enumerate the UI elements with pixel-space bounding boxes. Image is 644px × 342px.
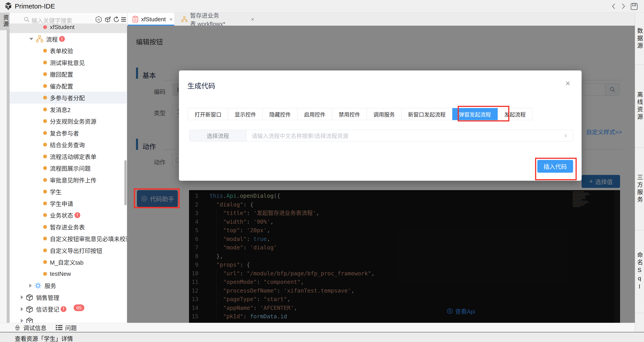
tree-item-学生申请[interactable]: 学生申请 xyxy=(10,198,127,209)
tree-item-销售管理[interactable]: 销售管理 xyxy=(10,292,127,303)
bug-icon xyxy=(14,324,21,331)
tree-item-撤回配置[interactable]: 撤回配置 xyxy=(10,68,127,80)
caret-right-icon[interactable] xyxy=(29,284,32,288)
resource-dot-icon xyxy=(43,25,47,29)
tree-item-testNew[interactable]: testNew xyxy=(10,268,127,280)
select-process-input[interactable]: 请输入流程中文名称搜索/选择流程资源 ∨ xyxy=(246,130,573,141)
resource-dot-icon xyxy=(43,60,47,64)
resource-dot-icon xyxy=(43,96,47,100)
tree-item-信访登记[interactable]: 信访登记! xyxy=(10,303,127,315)
tree-item-暂存进业务表[interactable]: 暂存进业务表 xyxy=(10,221,127,233)
action-tab-隐藏控件[interactable]: 隐藏控件 xyxy=(263,108,298,120)
form-icon xyxy=(132,16,138,22)
tree-item-label: 业务状态 xyxy=(50,211,73,219)
workflow-icon xyxy=(36,35,43,42)
add-resource-icon[interactable] xyxy=(104,16,112,23)
tree-item-label: 发消息2 xyxy=(50,105,70,114)
tree-item-label: 流程 xyxy=(46,35,58,43)
caret-right-icon[interactable] xyxy=(21,295,23,299)
tree-item-M_自定义tab[interactable]: M_自定义tab xyxy=(10,256,127,268)
tab-workflow[interactable]: 暂存进业务表.workflowx* × xyxy=(178,13,254,26)
tree-item-流程活动绑定表单[interactable]: 流程活动绑定表单 xyxy=(10,150,127,162)
tree-item-自定义按钮审批意见必填未校验[interactable]: 自定义按钮审批意见必填未校验 xyxy=(10,232,127,244)
resource-dot-icon xyxy=(43,248,47,252)
caret-right-icon[interactable] xyxy=(21,319,23,323)
close-tab-icon[interactable]: × xyxy=(251,16,254,23)
tab-xfstudent[interactable]: xfStudent × xyxy=(128,13,174,26)
resource-dot-icon xyxy=(43,143,47,146)
caret-right-icon[interactable] xyxy=(21,307,23,311)
tree-item-测试审批意见[interactable]: 测试审批意见 xyxy=(10,56,127,68)
tree-item-复合参与者[interactable]: 复合参与者 xyxy=(10,127,127,139)
package-icon xyxy=(26,294,33,301)
resource-dot-icon xyxy=(43,108,47,112)
tree-item-流程[interactable]: 流程! xyxy=(10,33,127,45)
action-tab-新窗口发起流程[interactable]: 新窗口发起流程 xyxy=(402,108,452,120)
tree-item-审批意见附件上传[interactable]: 审批意见附件上传 xyxy=(10,174,127,186)
chevron-down-icon: ∨ xyxy=(564,133,568,138)
tree-item-表单校验[interactable]: 表单校验 xyxy=(10,45,127,56)
debug-info-item[interactable]: 调试信息 xyxy=(14,323,46,332)
rail-strip xyxy=(7,30,10,323)
resource-dot-icon xyxy=(43,119,47,123)
caret-down-icon[interactable] xyxy=(29,38,33,40)
tree-item-label: 销售管理 xyxy=(36,293,59,302)
action-tab-显示控件[interactable]: 显示控件 xyxy=(228,108,263,120)
tree-item-label: 服务 xyxy=(44,282,56,290)
tree-item-label: 审批意见附件上传 xyxy=(50,176,96,184)
tree-item-label: 表单校验 xyxy=(50,46,73,55)
tree-item-催办配置[interactable]: 催办配置 xyxy=(10,80,127,92)
tree-item-自定义导出打印按钮[interactable]: 自定义导出打印按钮 xyxy=(10,244,127,256)
resource-dot-icon xyxy=(43,225,47,229)
tree-item-学生[interactable]: 学生 xyxy=(10,186,127,198)
tree-item-label: testNew xyxy=(50,270,71,277)
tree-item-partial[interactable] xyxy=(10,315,127,323)
tree-item-分支规则业务资源[interactable]: 分支规则业务资源 xyxy=(10,115,127,127)
resource-dot-icon xyxy=(43,166,47,170)
resource-tree: xfStudent流程!表单校验测试审批意见撤回配置催办配置多参与者分配发消息2… xyxy=(10,24,127,323)
tree-item-多参与者分配[interactable]: 多参与者分配 xyxy=(10,92,127,104)
resource-dot-icon xyxy=(43,213,47,217)
save-icon[interactable] xyxy=(630,2,638,11)
action-tab-打开新窗口[interactable]: 打开新窗口 xyxy=(188,108,228,120)
resource-dot-icon xyxy=(43,49,47,52)
status-bar: 查看资源「学生」详情 xyxy=(0,332,644,342)
resource-dot-icon xyxy=(43,272,47,276)
tree-item-label: 测试审批意见 xyxy=(50,58,85,67)
tree-item-流程图展示问题[interactable]: 流程图展示问题 xyxy=(10,162,127,174)
error-badge: ! xyxy=(59,36,65,42)
resource-dot-icon xyxy=(43,154,47,158)
problems-item[interactable]: 问题 xyxy=(55,323,77,332)
editor-tabs-bar: xfStudent × 暂存进业务表.workflowx* × xyxy=(127,13,635,26)
resource-dot-icon xyxy=(43,190,47,194)
tree-item-label: 自定义导出打印按钮 xyxy=(50,246,102,254)
problems-count-badge: 65 xyxy=(74,304,84,311)
tree-item-结合业务查询[interactable]: 结合业务查询 xyxy=(10,139,127,150)
tree-item-label: 流程活动绑定表单 xyxy=(50,152,96,160)
right-rail-tab-离线资源[interactable]: 离线资源 xyxy=(635,65,644,148)
nav-forward-icon[interactable] xyxy=(620,3,627,10)
rail-tab-resources[interactable]: 资源 xyxy=(0,13,10,30)
tree-item-label: 多参与者分配 xyxy=(50,94,85,102)
tree-item-label: M_自定义tab xyxy=(50,258,84,266)
right-rail-tab-数据源[interactable]: 数据源 xyxy=(635,13,644,65)
ai-icon[interactable]: AI xyxy=(95,16,102,23)
right-rail-tab-三方服务[interactable]: 三方服务 xyxy=(635,148,644,230)
tree-item-业务状态[interactable]: 业务状态! xyxy=(10,209,127,221)
workflow-icon xyxy=(182,16,188,22)
nav-back-icon[interactable] xyxy=(610,3,617,10)
action-tab-禁用控件[interactable]: 禁用控件 xyxy=(332,108,367,120)
tree-scrollbar[interactable] xyxy=(124,160,126,205)
refresh-icon[interactable] xyxy=(113,16,120,23)
explorer-search-input[interactable]: 输入关键字搜索 xyxy=(32,16,72,24)
tree-item-发消息2[interactable]: 发消息2 xyxy=(10,104,127,116)
close-tab-icon[interactable]: × xyxy=(169,16,173,23)
tree-item-xfStudent[interactable]: xfStudent xyxy=(10,24,127,33)
action-tab-启用控件[interactable]: 启用控件 xyxy=(298,108,332,120)
right-rail-tab-命名Sql[interactable]: 命名Sql xyxy=(635,230,644,313)
tree-item-服务[interactable]: 服务 xyxy=(10,280,127,292)
app-logo-icon xyxy=(4,2,13,11)
modal-close-icon[interactable]: × xyxy=(566,80,570,88)
action-tab-调用服务[interactable]: 调用服务 xyxy=(367,108,402,120)
tree-item-label: 学生申请 xyxy=(50,199,73,208)
